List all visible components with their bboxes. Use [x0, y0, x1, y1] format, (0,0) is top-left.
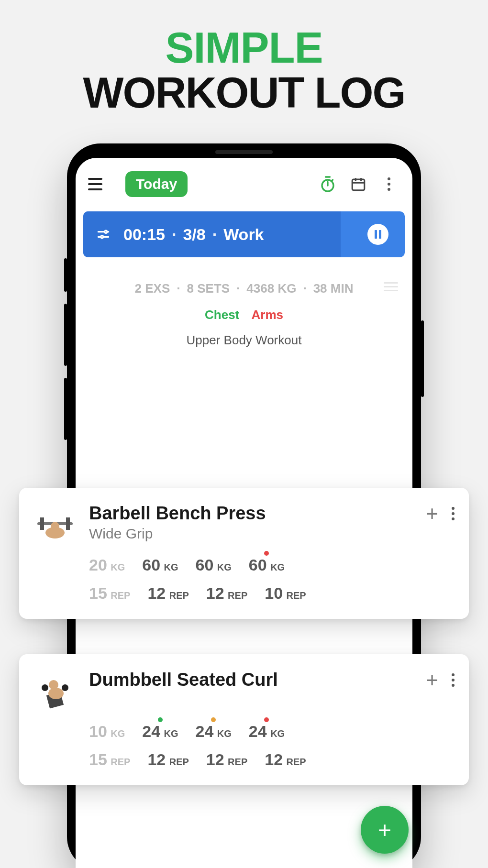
routine-name: Upper Body Workout	[76, 333, 412, 348]
sets-row-weight: 10 KG 24 KG 24 KG 24 KG	[89, 722, 455, 741]
sets-row-weight: 20 KG 60 KG 60 KG 60 KG	[89, 556, 455, 574]
svg-point-12	[42, 684, 48, 691]
more-icon[interactable]	[452, 673, 455, 687]
tag-chest: Chest	[205, 308, 239, 322]
today-button[interactable]: Today	[125, 171, 188, 197]
timer-time: 00:15	[123, 225, 165, 244]
svg-point-2	[105, 231, 107, 233]
interval-timer-bar[interactable]: 00:15 · 3/8 · Work	[83, 211, 405, 257]
more-icon[interactable]	[378, 173, 400, 195]
menu-button[interactable]	[88, 175, 107, 194]
add-set-button[interactable]: +	[426, 670, 438, 691]
svg-rect-5	[40, 517, 44, 530]
phone-side-button	[64, 258, 67, 292]
exercise-thumbnail	[33, 670, 77, 713]
exercise-card[interactable]: Barbell Bench Press Wide Grip + 20 KG 60…	[19, 488, 469, 619]
summary-exs: 2 EXS	[135, 281, 170, 296]
app-bar: Today	[76, 158, 412, 206]
svg-point-13	[62, 684, 68, 691]
pause-button[interactable]	[367, 224, 388, 245]
phone-side-button	[421, 320, 424, 397]
pr-marker-icon	[264, 717, 269, 722]
phone-speaker	[215, 150, 273, 154]
timer-phase: Work	[223, 225, 264, 244]
workout-summary: 2 EXS· 8 SETS· 4368 KG· 38 MIN	[76, 281, 412, 296]
sliders-icon[interactable]	[96, 227, 111, 242]
svg-point-8	[51, 522, 59, 530]
svg-rect-1	[352, 179, 365, 190]
calendar-icon[interactable]	[347, 173, 369, 195]
summary-volume: 4368 KG	[246, 281, 296, 296]
more-icon[interactable]	[452, 507, 455, 520]
pr-marker-icon	[264, 551, 269, 556]
pr-marker-icon	[211, 717, 216, 722]
summary-sets: 8 SETS	[187, 281, 230, 296]
drag-handle-icon[interactable]	[384, 282, 398, 291]
sets-row-reps: 15 REP 12 REP 12 REP 12 REP	[89, 750, 455, 769]
muscle-tags: Chest Arms	[76, 308, 412, 322]
stopwatch-icon[interactable]	[317, 173, 339, 195]
svg-point-3	[101, 236, 103, 238]
phone-side-button	[64, 304, 67, 366]
sets-row-reps: 15 REP 12 REP 12 REP 10 REP	[89, 584, 455, 603]
pr-marker-icon	[158, 717, 163, 722]
timer-round: 3/8	[183, 225, 205, 244]
svg-point-11	[48, 688, 64, 699]
exercise-name: Barbell Bench Press	[89, 503, 266, 524]
exercise-card[interactable]: Dumbbell Seated Curl + 10 KG 24 KG 24 KG…	[19, 654, 469, 785]
svg-rect-6	[66, 517, 70, 530]
marketing-headline: SIMPLE WORKOUT LOG	[0, 0, 488, 114]
exercise-name: Dumbbell Seated Curl	[89, 670, 278, 690]
add-exercise-fab[interactable]: +	[361, 806, 409, 854]
exercise-variant: Wide Grip	[89, 526, 266, 542]
tag-arms: Arms	[252, 308, 283, 322]
phone-side-button	[64, 378, 67, 440]
summary-duration: 38 MIN	[313, 281, 354, 296]
add-set-button[interactable]: +	[426, 503, 438, 524]
exercise-thumbnail	[33, 503, 77, 546]
headline-line2: WORKOUT LOG	[0, 71, 488, 114]
headline-line1: SIMPLE	[0, 26, 488, 69]
